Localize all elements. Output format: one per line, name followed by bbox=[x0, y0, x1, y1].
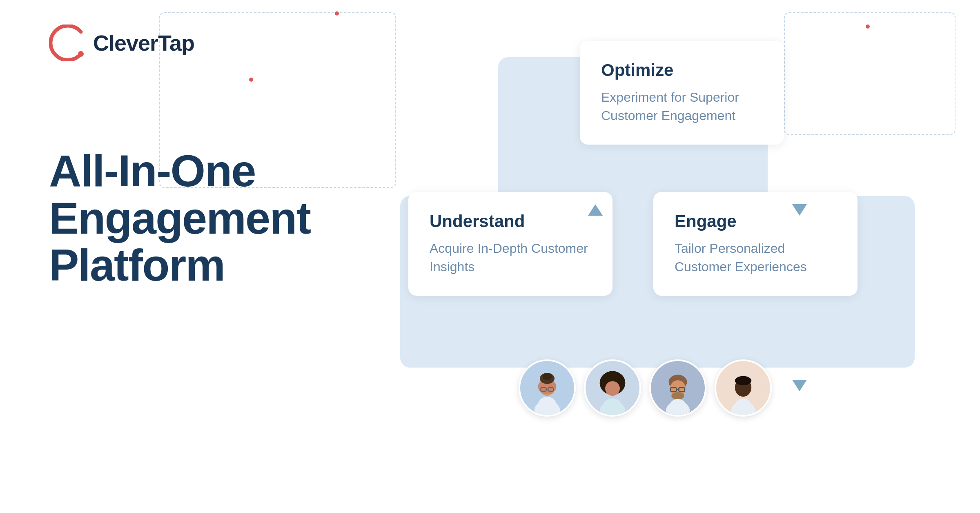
svg-point-21 bbox=[671, 392, 684, 399]
arrow-down-bottom-right bbox=[792, 380, 807, 391]
understand-card-description: Acquire In-Depth Customer Insights bbox=[430, 239, 591, 276]
avatar-3 bbox=[649, 359, 706, 417]
svg-point-4 bbox=[543, 373, 552, 380]
engage-card-title: Engage bbox=[675, 212, 836, 231]
hero-line-1: All-In-One bbox=[49, 147, 343, 194]
avatars-row bbox=[519, 359, 772, 417]
clevertap-logo-icon bbox=[49, 25, 86, 61]
person-1-icon bbox=[520, 369, 574, 415]
deco-dot-1 bbox=[335, 11, 339, 16]
deco-dot-3 bbox=[866, 25, 870, 29]
optimize-card-title: Optimize bbox=[601, 60, 763, 80]
engage-card-description: Tailor Personalized Customer Experiences bbox=[675, 239, 836, 276]
person-2-icon bbox=[586, 369, 639, 415]
deco-dot-2 bbox=[249, 78, 253, 82]
logo-text: CleverTap bbox=[93, 30, 194, 56]
hero-tagline: All-In-One Engagement Platform bbox=[49, 147, 343, 289]
arrow-up-left bbox=[588, 204, 603, 216]
svg-point-13 bbox=[605, 381, 620, 396]
optimize-card-description: Experiment for Superior Customer Engagem… bbox=[601, 88, 763, 125]
logo-container: CleverTap bbox=[49, 25, 194, 61]
avatar-1 bbox=[519, 359, 576, 417]
understand-card: Understand Acquire In-Depth Customer Ins… bbox=[408, 192, 612, 296]
avatar-4 bbox=[715, 359, 772, 417]
avatar-2 bbox=[584, 359, 641, 417]
hero-line-2: Engagement bbox=[49, 194, 343, 242]
understand-card-title: Understand bbox=[430, 212, 591, 231]
hero-line-3: Platform bbox=[49, 241, 343, 289]
person-3-icon bbox=[651, 369, 705, 415]
svg-point-25 bbox=[735, 376, 751, 385]
svg-point-9 bbox=[538, 397, 557, 413]
diagram-area: Optimize Experiment for Superior Custome… bbox=[400, 33, 939, 466]
optimize-card: Optimize Experiment for Superior Custome… bbox=[580, 41, 784, 145]
person-4-icon bbox=[716, 369, 770, 415]
arrow-down-right bbox=[792, 204, 807, 216]
svg-point-27 bbox=[735, 399, 751, 413]
svg-point-0 bbox=[78, 51, 84, 57]
engage-card: Engage Tailor Personalized Customer Expe… bbox=[653, 192, 858, 296]
svg-point-23 bbox=[670, 399, 686, 413]
svg-point-15 bbox=[604, 399, 622, 413]
